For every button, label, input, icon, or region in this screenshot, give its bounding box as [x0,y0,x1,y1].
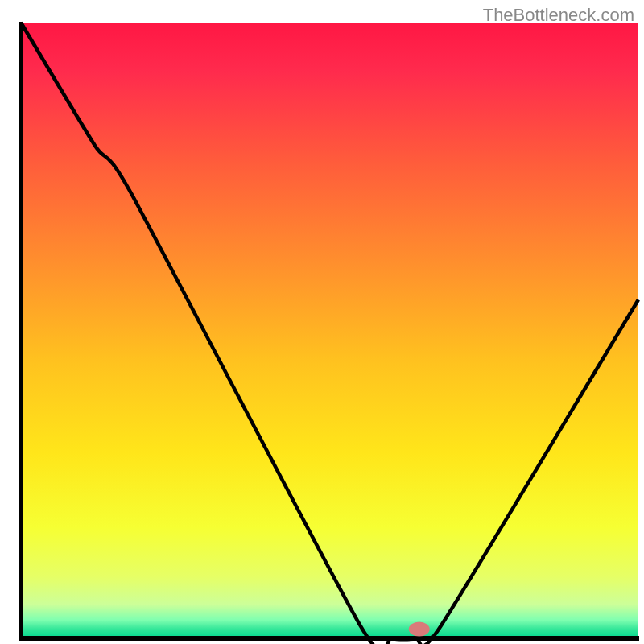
plot-background [21,23,638,638]
optimal-marker [409,622,430,637]
chart-container: { "watermark": "TheBottleneck.com", "cha… [0,0,644,644]
bottleneck-chart [0,0,644,644]
watermark-text: TheBottleneck.com [483,5,634,26]
